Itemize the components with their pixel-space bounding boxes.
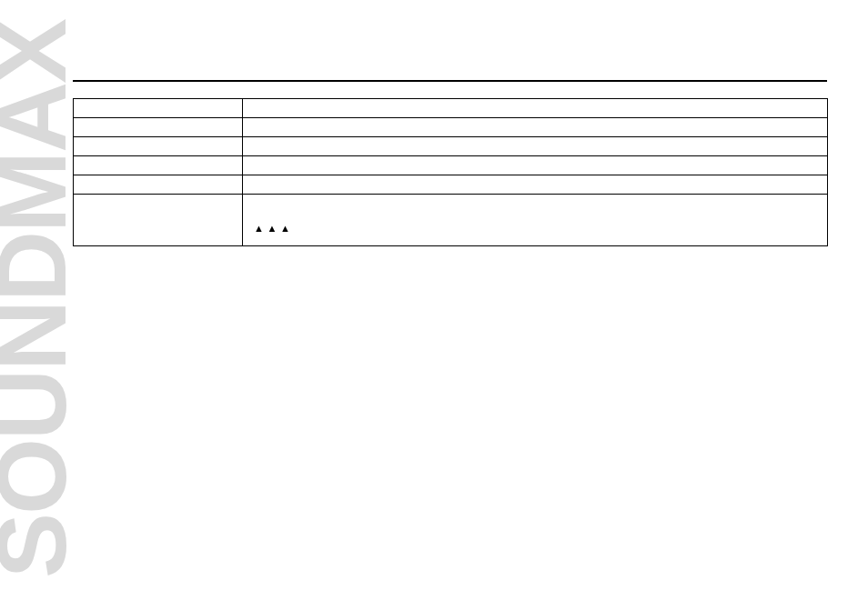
row-label: [74, 175, 243, 195]
table-row: [74, 99, 828, 118]
row-label: [74, 137, 243, 156]
row-content: [243, 175, 828, 195]
row-content: [243, 156, 828, 175]
row-content: ▲ ▲ ▲: [243, 195, 828, 246]
row-label: [74, 99, 243, 118]
table-row: ▲ ▲ ▲: [74, 195, 828, 246]
table-row: [74, 137, 828, 156]
row-label: [74, 118, 243, 137]
eject-icon: ▲: [280, 222, 290, 235]
horizontal-rule: [73, 80, 827, 82]
table-row: [74, 175, 828, 195]
eject-icon: ▲: [267, 222, 278, 235]
eject-icon: ▲: [254, 222, 264, 235]
row-content: [243, 137, 828, 156]
row-content: [243, 118, 828, 137]
row-label: [74, 156, 243, 175]
table-row: [74, 156, 828, 175]
row-content: [243, 99, 828, 118]
troubleshoot-table: ▲ ▲ ▲: [73, 98, 828, 246]
table-row: [74, 118, 828, 137]
row-label: [74, 195, 243, 246]
